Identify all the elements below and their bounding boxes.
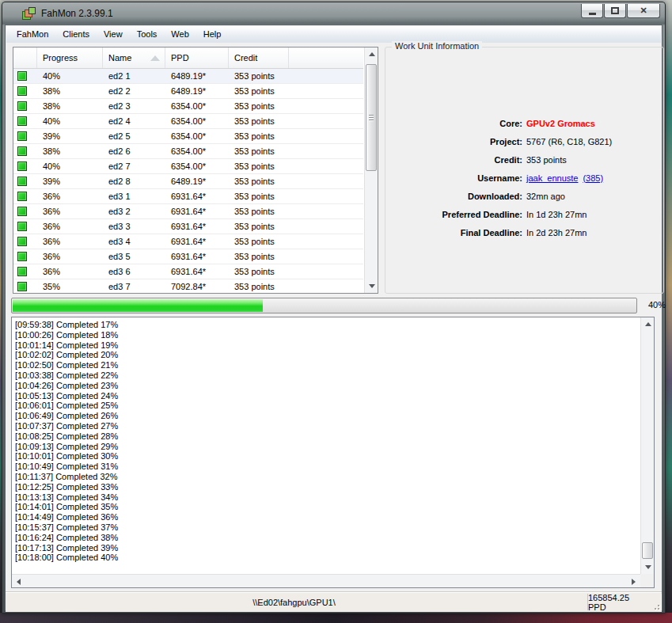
menu-tools[interactable]: Tools (130, 28, 165, 40)
minimize-button[interactable] (581, 4, 603, 18)
client-status-icon (17, 282, 27, 291)
cell-ppd: 6931.64* (165, 264, 229, 279)
table-row[interactable]: 38% ed2 6 6354.00* 353 points (13, 144, 363, 159)
field-preferred-deadline: Preferred Deadline: In 1d 23h 27mn (385, 205, 663, 223)
table-row[interactable]: 39% ed2 5 6354.00* 353 points (13, 129, 363, 144)
cell-name: ed2 2 (103, 84, 165, 98)
client-status-icon (17, 237, 27, 246)
username-link[interactable]: jaak_ennuste (526, 173, 578, 183)
cell-name: ed3 3 (103, 219, 165, 234)
menu-view[interactable]: View (97, 28, 130, 40)
cell-progress: 38% (37, 99, 103, 113)
titlebar[interactable]: FahMon 2.3.99.1 ✕ (2, 2, 665, 25)
client-status-icon (17, 146, 27, 156)
cell-name: ed3 4 (103, 234, 165, 249)
table-row[interactable]: 38% ed2 3 6354.00* 353 points (13, 99, 363, 114)
log-line: [10:14:49] Completed 36% (15, 512, 640, 522)
log-horizontal-scrollbar[interactable] (12, 574, 640, 587)
cell-credit: 353 points (229, 189, 289, 203)
cell-name: ed3 7 (103, 279, 165, 293)
sort-ascending-icon (150, 55, 160, 61)
log-vertical-scrollbar[interactable] (640, 317, 654, 574)
log-line: [10:18:00] Completed 40% (15, 553, 640, 563)
menu-clients[interactable]: Clients (55, 28, 97, 40)
resize-grip[interactable] (651, 602, 659, 610)
client-status-icon (17, 161, 27, 171)
column-ppd[interactable]: PPD (165, 47, 229, 68)
table-row[interactable]: 36% ed3 2 6931.64* 353 points (13, 204, 363, 219)
table-row[interactable]: 36% ed3 1 6931.64* 353 points (13, 189, 363, 204)
table-row[interactable]: 36% ed3 6 6931.64* 353 points (13, 264, 363, 279)
cell-credit: 353 points (229, 204, 289, 218)
cell-name: ed2 6 (103, 144, 165, 158)
field-project: Project: 5767 (R6, C18, G821) (385, 132, 663, 150)
column-credit[interactable]: Credit (229, 47, 289, 68)
menu-fahmon[interactable]: FahMon (9, 28, 55, 40)
cell-ppd: 6354.00* (165, 99, 229, 113)
clients-vertical-scrollbar[interactable] (364, 47, 378, 293)
progress-bar-fill (13, 299, 263, 312)
client-area: FahMon Clients View Tools Web Help Progr… (5, 25, 663, 610)
log-line: [10:06:49] Completed 26% (15, 411, 640, 421)
cell-progress: 38% (37, 84, 103, 98)
arrow-up-icon (645, 322, 651, 326)
log-area[interactable]: [09:59:38] Completed 17%[10:00:26] Compl… (11, 317, 655, 588)
table-row[interactable]: 40% ed2 7 6354.00* 353 points (13, 159, 363, 174)
scrollbar-thumb[interactable] (366, 64, 377, 171)
log-line: [10:06:01] Completed 25% (15, 401, 640, 411)
table-row[interactable]: 39% ed2 8 6489.19* 353 points (13, 174, 363, 189)
core-value: GPUv2 Gromacs (526, 119, 595, 128)
column-status[interactable] (13, 47, 37, 68)
table-row[interactable]: 35% ed3 7 7092.84* 353 points (13, 279, 363, 293)
close-button[interactable]: ✕ (627, 4, 660, 18)
status-bar: \\Ed02\fahgpu\GPU1\ 165854.25 PPD (6, 591, 662, 612)
log-line: [10:02:02] Completed 20% (15, 350, 640, 360)
table-row[interactable]: 40% ed2 4 6354.00* 353 points (13, 114, 363, 129)
column-progress[interactable]: Progress (37, 47, 103, 68)
cell-credit: 353 points (229, 114, 289, 128)
cell-name: ed3 2 (103, 204, 165, 218)
cell-name: ed2 4 (103, 114, 165, 128)
cell-credit: 353 points (229, 69, 289, 83)
log-line: [10:12:25] Completed 33% (15, 482, 640, 492)
log-line: [10:00:26] Completed 18% (15, 330, 640, 340)
scroll-down-button[interactable] (365, 279, 378, 293)
cell-ppd: 6931.64* (165, 204, 229, 218)
cell-ppd: 6931.64* (165, 249, 229, 264)
window-title: FahMon 2.3.99.1 (41, 8, 113, 19)
cell-ppd: 6931.64* (165, 189, 229, 203)
table-row[interactable]: 38% ed2 2 6489.19* 353 points (13, 84, 363, 99)
cell-progress: 38% (37, 144, 103, 158)
table-row[interactable]: 36% ed3 3 6931.64* 353 points (13, 219, 363, 234)
cell-credit: 353 points (229, 99, 289, 113)
log-scroll-down-button[interactable] (641, 560, 655, 574)
log-line: [10:04:26] Completed 23% (15, 381, 640, 391)
scroll-up-button[interactable] (365, 47, 378, 61)
credit-value: 353 points (526, 155, 567, 165)
log-line: [10:15:37] Completed 37% (15, 522, 640, 533)
cell-progress: 40% (37, 114, 103, 128)
scrollbar-corner (640, 574, 654, 587)
log-scroll-up-button[interactable] (641, 317, 655, 331)
cell-name: ed2 5 (103, 129, 165, 143)
progress-bar (11, 298, 637, 313)
log-line: [10:10:01] Completed 30% (15, 451, 640, 462)
column-name[interactable]: Name (103, 47, 165, 68)
menu-web[interactable]: Web (164, 28, 196, 40)
table-row[interactable]: 36% ed3 4 6931.64* 353 points (13, 234, 363, 249)
maximize-button[interactable] (604, 4, 626, 18)
column-filler (289, 47, 363, 68)
log-scrollbar-thumb[interactable] (642, 542, 653, 559)
table-row[interactable]: 36% ed3 5 6931.64* 353 points (13, 249, 363, 264)
log-line: [10:16:24] Completed 38% (15, 533, 640, 543)
clients-table-header: Progress Name PPD Credit (13, 47, 363, 69)
cell-name: ed3 1 (103, 189, 165, 203)
client-status-icon (17, 177, 27, 186)
log-scroll-right-button[interactable] (627, 575, 640, 588)
fahmon-window: FahMon 2.3.99.1 ✕ FahMon Clients View To… (2, 2, 666, 614)
menu-help[interactable]: Help (196, 28, 229, 40)
log-scroll-left-button[interactable] (12, 575, 25, 588)
field-final-deadline: Final Deadline: In 2d 23h 27mn (385, 223, 663, 241)
table-row[interactable]: 40% ed2 1 6489.19* 353 points (13, 69, 363, 84)
username-rank-link[interactable]: (385) (583, 173, 603, 183)
